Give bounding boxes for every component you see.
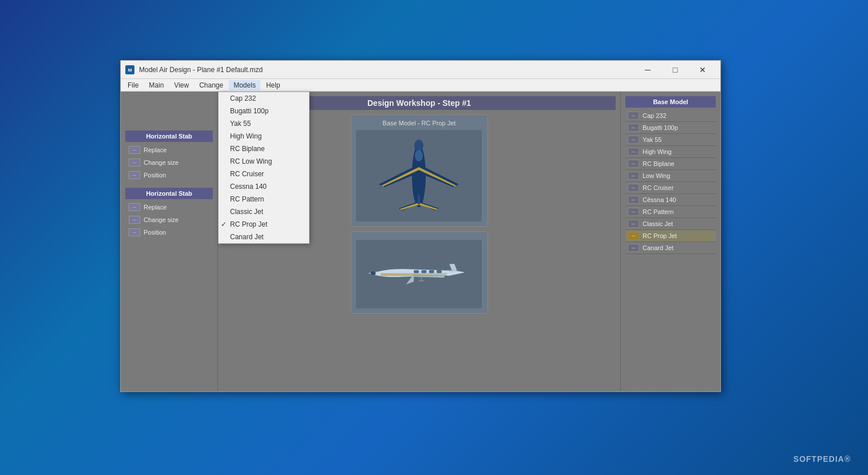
- list-label-cessna140: Cēssna 140: [643, 196, 676, 203]
- svg-point-3: [414, 140, 423, 151]
- title-bar: M Model Air Design - Plane #1 Default.mz…: [121, 61, 720, 79]
- svg-point-4: [415, 150, 423, 161]
- svg-text:M: M: [128, 68, 132, 73]
- change-size-icon-2: ─: [129, 216, 140, 224]
- models-dropdown: Cap 232 Bugatti 100p Yak 55 High Wing RC…: [218, 92, 310, 244]
- title-bar-left: M Model Air Design - Plane #1 Default.mz…: [125, 65, 263, 74]
- dropdown-item-yak55[interactable]: Yak 55: [219, 117, 309, 130]
- window-title: Model Air Design - Plane #1 Default.mzd: [139, 66, 263, 74]
- close-button[interactable]: ✕: [689, 61, 716, 79]
- svg-point-9: [370, 271, 375, 276]
- menu-change[interactable]: Change: [195, 80, 228, 90]
- change-size-label-1: Change size: [144, 159, 179, 166]
- replace-icon-2: ─: [129, 203, 140, 211]
- change-size-icon-1: ─: [129, 159, 140, 167]
- dropdown-item-cessna140[interactable]: Cessna 140: [219, 180, 309, 193]
- top-view-airplane-svg: [367, 133, 470, 219]
- bottom-model-image: [356, 240, 482, 308]
- section-header-1: Horizontal Stab: [125, 130, 213, 142]
- list-icon-rcbiplane: ─: [628, 160, 639, 168]
- position-label-2: Position: [144, 229, 166, 236]
- menu-help[interactable]: Help: [261, 80, 285, 90]
- checkmark-icon: ✓: [221, 220, 227, 228]
- replace-icon-1: ─: [129, 146, 140, 154]
- dropdown-item-canardjet[interactable]: Canard Jet: [219, 231, 309, 243]
- dropdown-item-rccruiser[interactable]: RC Cruiser: [219, 168, 309, 180]
- list-item-bugatti[interactable]: ─ Bugatti 100p: [625, 122, 716, 134]
- list-label-rcbiplane: RC Biplane: [643, 160, 675, 167]
- list-item-rcpattern[interactable]: ─ RC Pattern: [625, 206, 716, 218]
- list-item-yak55[interactable]: ─ Yak 55: [625, 134, 716, 146]
- list-item-rcbiplane[interactable]: ─ RC Biplane: [625, 158, 716, 170]
- list-icon-bugatti: ─: [628, 124, 639, 132]
- list-label-bugatti: Bugatti 100p: [643, 124, 678, 131]
- dropdown-item-cap232[interactable]: Cap 232: [219, 92, 309, 105]
- svg-rect-5: [414, 270, 419, 273]
- list-item-classicjet[interactable]: ─ Classic Jet: [625, 218, 716, 230]
- left-panel: Horizontal Stab ─ Replace ─ Change size …: [121, 92, 218, 391]
- replace-label-2: Replace: [144, 204, 167, 211]
- list-label-cap232: Cap 232: [643, 112, 667, 119]
- position-btn-1[interactable]: ─ Position: [125, 169, 213, 181]
- list-item-canardjet[interactable]: ─ Canard Jet: [625, 242, 716, 254]
- list-icon-rcpattern: ─: [628, 208, 639, 216]
- list-item-rcpropjet[interactable]: ─ RC Prop Jet: [625, 230, 716, 242]
- bottom-model-card: [351, 231, 488, 314]
- list-label-lowwing: Low Wing: [643, 172, 670, 179]
- main-window: M Model Air Design - Plane #1 Default.mz…: [120, 60, 721, 392]
- list-icon-rccruiser: ─: [628, 184, 639, 192]
- position-icon-1: ─: [129, 171, 140, 179]
- list-item-rccruiser[interactable]: ─ RC Cruiser: [625, 182, 716, 194]
- list-item-highwing[interactable]: ─ High Wing: [625, 146, 716, 158]
- list-label-highwing: High Wing: [643, 148, 672, 155]
- softpedia-watermark: SOFTPEDIA®: [794, 454, 851, 464]
- top-model-image: [356, 130, 482, 221]
- dropdown-item-rcpattern[interactable]: RC Pattern: [219, 193, 309, 205]
- minimize-button[interactable]: ─: [635, 61, 661, 79]
- list-item-cap232[interactable]: ─ Cap 232: [625, 110, 716, 122]
- replace-label-1: Replace: [144, 147, 167, 153]
- list-label-rccruiser: RC Cruiser: [643, 184, 673, 191]
- change-size-btn-2[interactable]: ─ Change size: [125, 214, 213, 225]
- dropdown-item-rcpropjet[interactable]: ✓ RC Prop Jet: [219, 218, 309, 231]
- list-label-rcpattern: RC Pattern: [643, 208, 673, 215]
- app-icon: M: [125, 65, 134, 74]
- dropdown-item-classicjet[interactable]: Classic Jet: [219, 205, 309, 218]
- menu-file[interactable]: File: [123, 80, 143, 90]
- svg-rect-7: [429, 270, 434, 273]
- top-model-title: Base Model - RC Prop Jet: [356, 120, 483, 126]
- content-area: Horizontal Stab ─ Replace ─ Change size …: [121, 92, 720, 391]
- top-model-card: Base Model - RC Prop Jet: [351, 114, 488, 227]
- list-item-lowwing[interactable]: ─ Low Wing: [625, 170, 716, 182]
- dropdown-item-bugatti[interactable]: Bugatti 100p: [219, 105, 309, 117]
- model-list: ─ Cap 232 ─ Bugatti 100p ─ Yak 55 ─ High…: [625, 110, 716, 254]
- panel-section-1: Horizontal Stab ─ Replace ─ Change size …: [125, 130, 213, 181]
- replace-btn-1[interactable]: ─ Replace: [125, 144, 213, 156]
- menu-view[interactable]: View: [169, 80, 193, 90]
- change-size-label-2: Change size: [144, 216, 179, 223]
- list-icon-cessna140: ─: [628, 196, 639, 204]
- list-label-yak55: Yak 55: [643, 136, 661, 143]
- maximize-button[interactable]: □: [662, 61, 688, 79]
- list-label-classicjet: Classic Jet: [643, 220, 673, 227]
- list-item-cessna140[interactable]: ─ Cēssna 140: [625, 194, 716, 206]
- list-icon-canardjet: ─: [628, 244, 639, 252]
- right-panel: Base Model ─ Cap 232 ─ Bugatti 100p ─ Ya…: [620, 92, 720, 391]
- list-icon-lowwing: ─: [628, 172, 639, 180]
- menu-models[interactable]: Models: [229, 80, 260, 90]
- position-btn-2[interactable]: ─ Position: [125, 227, 213, 238]
- list-icon-cap232: ─: [628, 112, 639, 120]
- dropdown-item-rcbiplane[interactable]: RC Biplane: [219, 142, 309, 155]
- replace-btn-2[interactable]: ─ Replace: [125, 201, 213, 213]
- change-size-btn-1[interactable]: ─ Change size: [125, 157, 213, 168]
- position-label-1: Position: [144, 172, 166, 179]
- base-model-header: Base Model: [625, 96, 716, 108]
- section-header-2: Horizontal Stab: [125, 188, 213, 199]
- list-icon-rcpropjet: ─: [628, 232, 639, 240]
- menu-bar: File Main View Change Models Help: [121, 79, 720, 92]
- dropdown-item-rclowwing[interactable]: RC Low Wing: [219, 155, 309, 168]
- dropdown-item-highwing[interactable]: High Wing: [219, 130, 309, 142]
- panel-section-2: Horizontal Stab ─ Replace ─ Change size …: [125, 188, 213, 238]
- list-icon-classicjet: ─: [628, 220, 639, 228]
- menu-main[interactable]: Main: [144, 80, 168, 90]
